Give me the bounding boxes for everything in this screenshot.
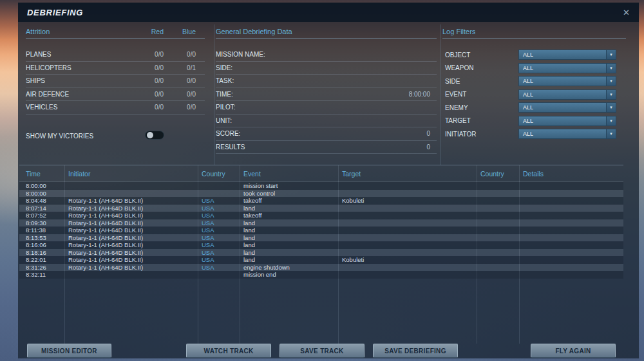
general-row-label: RESULTS — [216, 141, 245, 154]
attrition-section: Attrition Red Blue PLANES 0/0 0/0 HELICO… — [26, 24, 205, 142]
log-row[interactable]: 8:07:14Rotary-1-1 (AH-64D BLK.II)USAland — [19, 205, 623, 212]
dropdown-arrow-icon: ▼ — [606, 116, 616, 125]
log-cell: USA — [198, 249, 240, 257]
log-cell: Rotary-1-1 (AH-64D BLK.II) — [64, 205, 198, 212]
log-cell — [477, 249, 519, 257]
log-cell: USA — [198, 241, 240, 249]
log-row[interactable]: 8:04:48Rotary-1-1 (AH-64D BLK.II)USAtake… — [19, 197, 623, 205]
log-row[interactable]: 8:00:00took control — [19, 190, 623, 198]
log-cell: USA — [198, 234, 240, 242]
filter-dropdown-value: ALL — [519, 90, 606, 99]
filter-dropdown-value: ALL — [519, 64, 606, 73]
filter-dropdown-target[interactable]: ALL ▼ — [518, 116, 616, 126]
log-table-rows: 8:00:00mission start8:00:00took control8… — [19, 182, 623, 279]
filter-dropdown-object[interactable]: ALL ▼ — [518, 50, 616, 60]
general-row-label: TASK: — [216, 75, 234, 88]
log-row[interactable]: 8:18:16Rotary-1-1 (AH-64D BLK.II)USAland — [19, 249, 623, 257]
filters-section-title: Log Filters — [442, 28, 475, 35]
filter-dropdown-value: ALL — [519, 50, 606, 59]
general-section-title: General Debriefing Data — [216, 28, 292, 35]
log-row[interactable]: 8:31:26Rotary-1-1 (AH-64D BLK.II)USAengi… — [19, 264, 623, 272]
log-cell — [519, 212, 623, 219]
general-row-label: TIME: — [216, 88, 233, 101]
show-victories-row: SHOW MY VICTORIES — [26, 130, 205, 142]
attrition-column-blue: Blue — [164, 28, 196, 35]
log-cell: USA — [198, 264, 240, 272]
log-cell: 8:16:06 — [19, 241, 64, 249]
column-header-details: Details — [519, 170, 623, 178]
save-debriefing-button[interactable]: SAVE DEBRIEFING — [373, 344, 458, 358]
log-row[interactable]: 8:32:11mission end — [19, 271, 623, 279]
log-cell — [519, 256, 623, 264]
attrition-blue-value: 0/0 — [164, 48, 196, 61]
column-header-initiator: Initiator — [64, 170, 198, 178]
log-cell: 8:18:16 — [19, 249, 64, 257]
general-row-value: 8:00:00 — [409, 88, 430, 101]
attrition-row: HELICOPTERS 0/0 0/1 — [26, 62, 205, 75]
filter-label: INITIATOR — [445, 131, 477, 138]
log-cell: land — [240, 241, 338, 249]
attrition-blue-value: 0/0 — [164, 75, 196, 88]
attrition-row: PLANES 0/0 0/0 — [26, 48, 205, 62]
log-cell: Rotary-1-1 (AH-64D BLK.II) — [64, 264, 198, 272]
general-data-row: PILOT: — [216, 101, 437, 115]
dropdown-arrow-icon: ▼ — [606, 77, 616, 86]
log-cell — [519, 219, 623, 227]
log-row[interactable]: 8:13:53Rotary-1-1 (AH-64D BLK.II)USAland — [19, 234, 623, 242]
filter-dropdown-event[interactable]: ALL ▼ — [518, 89, 616, 100]
filter-dropdown-value: ALL — [519, 129, 606, 138]
log-row[interactable]: 8:16:06Rotary-1-1 (AH-64D BLK.II)USAland — [19, 241, 623, 249]
log-cell: 8:32:11 — [19, 271, 64, 279]
save-track-button[interactable]: SAVE TRACK — [279, 344, 365, 358]
attrition-column-red: Red — [130, 28, 164, 35]
attrition-row: SHIPS 0/0 0/0 — [26, 75, 205, 88]
log-row[interactable]: 8:22:01Rotary-1-1 (AH-64D BLK.II)USAland… — [19, 256, 623, 264]
general-row-label: SCORE: — [216, 127, 240, 140]
filter-label: WEAPON — [445, 64, 473, 71]
general-row-label: MISSION NAME: — [216, 48, 265, 61]
log-row[interactable]: 8:11:38Rotary-1-1 (AH-64D BLK.II)USAland — [19, 227, 623, 234]
log-cell: 8:00:00 — [19, 190, 64, 198]
filter-label: ENEMY — [445, 104, 468, 111]
general-header-row: General Debriefing Data — [216, 24, 437, 39]
watch-track-button[interactable]: WATCH TRACK — [186, 344, 271, 358]
log-cell: Rotary-1-1 (AH-64D BLK.II) — [64, 227, 198, 234]
column-header-country: Country — [477, 170, 519, 178]
filter-dropdown-weapon[interactable]: ALL ▼ — [518, 63, 616, 73]
close-icon[interactable]: ✕ — [623, 8, 630, 17]
log-cell — [477, 205, 519, 212]
log-cell — [477, 234, 519, 242]
log-cell — [477, 182, 519, 190]
filter-dropdown-enemy[interactable]: ALL ▼ — [518, 102, 616, 113]
log-cell — [338, 264, 477, 272]
filter-dropdown-initiator[interactable]: ALL ▼ — [518, 129, 616, 139]
debriefing-window: DEBRIEFING ✕ Attrition Red Blue PLANES 0… — [18, 3, 639, 358]
log-cell: takeoff — [240, 197, 338, 205]
attrition-row: AIR DEFENCE 0/0 0/0 — [26, 88, 205, 102]
filters-header-row: Log Filters — [442, 24, 626, 39]
log-cell: 8:07:14 — [19, 205, 64, 212]
log-cell — [64, 182, 198, 190]
attrition-row: VEHICLES 0/0 0/0 — [26, 101, 205, 115]
general-row-label: UNIT: — [216, 115, 232, 127]
log-cell — [64, 271, 198, 279]
fly-again-button[interactable]: FLY AGAIN — [531, 344, 616, 358]
column-header-target: Target — [338, 170, 477, 178]
log-row[interactable]: 8:09:30Rotary-1-1 (AH-64D BLK.II)USAland — [19, 219, 623, 227]
log-filters-section: Log Filters OBJECT ALL ▼ WEAPON ALL ▼ SI… — [440, 24, 626, 165]
dropdown-arrow-icon: ▼ — [606, 103, 616, 112]
dropdown-arrow-icon: ▼ — [606, 64, 616, 73]
filter-label: EVENT — [445, 91, 466, 98]
log-cell: 8:04:48 — [19, 197, 64, 205]
general-data-row: TIME: 8:00:00 — [216, 88, 437, 102]
log-cell — [519, 197, 623, 205]
filter-dropdown-side[interactable]: ALL ▼ — [518, 76, 616, 86]
attrition-rows: PLANES 0/0 0/0 HELICOPTERS 0/0 0/1 SHIPS… — [26, 48, 205, 115]
log-row[interactable]: 8:07:52Rotary-1-1 (AH-64D BLK.II)USAtake… — [19, 212, 623, 219]
attrition-section-title: Attrition — [26, 28, 130, 35]
mission-editor-button[interactable]: MISSION EDITOR — [27, 344, 111, 358]
filter-rows: OBJECT ALL ▼ WEAPON ALL ▼ SIDE ALL ▼ EVE… — [442, 48, 626, 141]
log-cell — [338, 234, 477, 242]
log-row[interactable]: 8:00:00mission start — [19, 182, 623, 190]
show-victories-toggle[interactable] — [145, 131, 164, 140]
